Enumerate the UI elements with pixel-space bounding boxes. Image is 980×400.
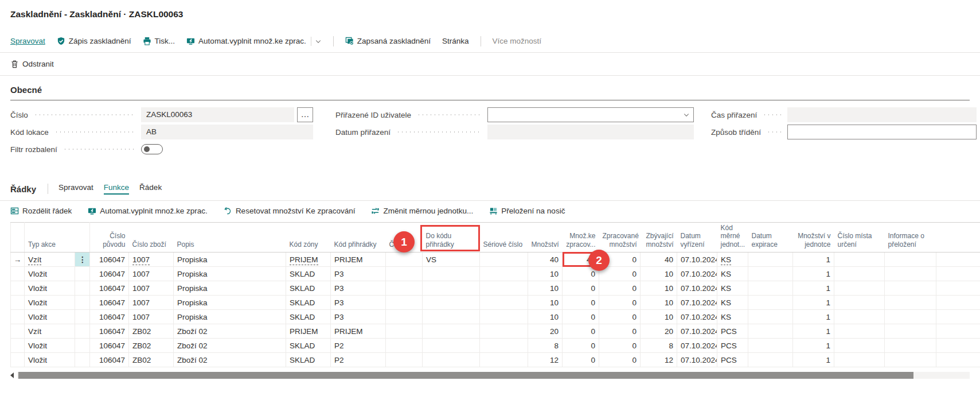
table-cell[interactable]: Zboží 02: [174, 339, 286, 353]
table-cell[interactable]: PRIJEM: [286, 253, 331, 267]
autofill-qty-button[interactable]: Automat.vyplnit množ.ke zprac.: [186, 37, 322, 46]
table-cell[interactable]: [834, 296, 885, 310]
cell-typ-akce[interactable]: Vzít: [25, 253, 75, 267]
table-cell[interactable]: [386, 253, 423, 267]
table-cell[interactable]: Propiska: [174, 281, 286, 296]
column-header[interactable]: Sériové číslo: [480, 223, 528, 253]
assist-edit-button[interactable]: …: [297, 107, 313, 122]
table-cell[interactable]: [748, 267, 793, 281]
chevron-down-icon[interactable]: [315, 38, 322, 45]
column-header[interactable]: Typ akce: [25, 223, 75, 253]
row-menu-cell[interactable]: [75, 267, 90, 281]
table-cell[interactable]: [748, 339, 793, 353]
split-line-button[interactable]: Rozdělit řádek: [10, 207, 72, 215]
table-cell[interactable]: 1: [793, 353, 834, 367]
table-cell[interactable]: [885, 324, 936, 339]
table-cell[interactable]: 0: [563, 324, 599, 339]
table-cell[interactable]: Propiska: [174, 267, 286, 281]
table-cell[interactable]: 07.10.2024: [677, 339, 717, 353]
column-header[interactable]: Datum expirace: [748, 223, 793, 253]
table-cell[interactable]: 07.10.2024: [677, 253, 717, 267]
table-cell[interactable]: 0: [563, 353, 599, 367]
table-cell[interactable]: 106047: [90, 281, 129, 296]
table-cell[interactable]: 1: [793, 310, 834, 324]
table-cell[interactable]: [885, 296, 936, 310]
table-cell[interactable]: [386, 324, 423, 339]
table-cell[interactable]: SKLAD: [286, 310, 331, 324]
table-cell[interactable]: [834, 310, 885, 324]
table-cell[interactable]: 12: [641, 353, 677, 367]
scroll-left-arrow-icon[interactable]: [10, 372, 14, 378]
cell-typ-akce[interactable]: Vložit: [25, 353, 75, 367]
row-selector-cell[interactable]: [11, 310, 25, 324]
table-cell[interactable]: 1: [793, 253, 834, 267]
table-cell[interactable]: 20: [641, 324, 677, 339]
cell-typ-akce[interactable]: Vzít: [25, 324, 75, 339]
table-cell[interactable]: [834, 253, 885, 267]
table-cell[interactable]: [834, 324, 885, 339]
table-cell[interactable]: SKLAD: [286, 339, 331, 353]
table-cell[interactable]: 0: [599, 296, 641, 310]
cell-typ-akce[interactable]: Vložit: [25, 281, 75, 296]
table-cell[interactable]: [748, 253, 793, 267]
tab-funkce[interactable]: Funkce: [104, 183, 129, 195]
table-cell[interactable]: 0: [563, 296, 599, 310]
table-cell[interactable]: 40: [528, 253, 563, 267]
table-cell[interactable]: PRIJEM: [331, 253, 386, 267]
table-cell[interactable]: [423, 267, 480, 281]
column-header[interactable]: Zbývající množství: [641, 223, 677, 253]
table-cell[interactable]: 1007: [129, 267, 174, 281]
table-cell[interactable]: SKLAD: [286, 353, 331, 367]
column-header[interactable]: Množ.ke zpracov...: [563, 223, 599, 253]
table-cell[interactable]: [386, 281, 423, 296]
row-menu-cell[interactable]: [75, 353, 90, 367]
row-menu-cell[interactable]: [75, 281, 90, 296]
table-cell[interactable]: 0: [563, 310, 599, 324]
table-cell[interactable]: [386, 267, 423, 281]
row-selector-cell[interactable]: [11, 324, 25, 339]
table-cell[interactable]: 07.10.2024: [677, 296, 717, 310]
column-header[interactable]: Číslo původu: [90, 223, 129, 253]
table-cell[interactable]: 106047: [90, 253, 129, 267]
table-cell[interactable]: [386, 353, 423, 367]
print-button[interactable]: Tisk...: [143, 37, 175, 45]
table-cell[interactable]: 10: [528, 310, 563, 324]
more-options-button[interactable]: Více možností: [493, 37, 542, 45]
table-cell[interactable]: 1: [793, 339, 834, 353]
table-cell[interactable]: ZB02: [129, 353, 174, 367]
table-cell[interactable]: [480, 296, 528, 310]
table-cell[interactable]: 106047: [90, 310, 129, 324]
table-cell[interactable]: [423, 339, 480, 353]
row-menu-cell[interactable]: [75, 310, 90, 324]
table-cell[interactable]: KS: [717, 253, 748, 267]
table-cell[interactable]: SKLAD: [286, 267, 331, 281]
table-cell[interactable]: P3: [331, 267, 386, 281]
table-cell[interactable]: Propiska: [174, 253, 286, 267]
table-cell[interactable]: [423, 310, 480, 324]
column-header[interactable]: Kód zóny: [286, 223, 331, 253]
table-cell[interactable]: PCS: [717, 353, 748, 367]
table-cell[interactable]: [386, 310, 423, 324]
table-cell[interactable]: [480, 353, 528, 367]
table-cell[interactable]: PCS: [717, 324, 748, 339]
table-cell[interactable]: P3: [331, 281, 386, 296]
row-selector-cell[interactable]: [11, 296, 25, 310]
table-cell[interactable]: [480, 253, 528, 267]
table-cell[interactable]: 1: [793, 324, 834, 339]
datum-prirazeni-field[interactable]: [487, 125, 694, 139]
table-cell[interactable]: [834, 339, 885, 353]
table-cell[interactable]: [423, 353, 480, 367]
page-menu-button[interactable]: Stránka: [442, 37, 469, 45]
table-cell[interactable]: PRIJEM: [286, 324, 331, 339]
table-cell[interactable]: ZB02: [129, 324, 174, 339]
column-header[interactable]: Číslo zboží: [129, 223, 174, 253]
chevron-down-icon[interactable]: [683, 111, 690, 118]
table-cell[interactable]: 10: [641, 267, 677, 281]
zpusob-trideni-field[interactable]: [787, 125, 977, 139]
table-cell[interactable]: 0: [599, 281, 641, 296]
table-cell[interactable]: 1: [793, 281, 834, 296]
table-cell[interactable]: 07.10.2024: [677, 310, 717, 324]
table-cell[interactable]: [480, 324, 528, 339]
table-cell[interactable]: [423, 296, 480, 310]
table-cell[interactable]: 1: [793, 296, 834, 310]
